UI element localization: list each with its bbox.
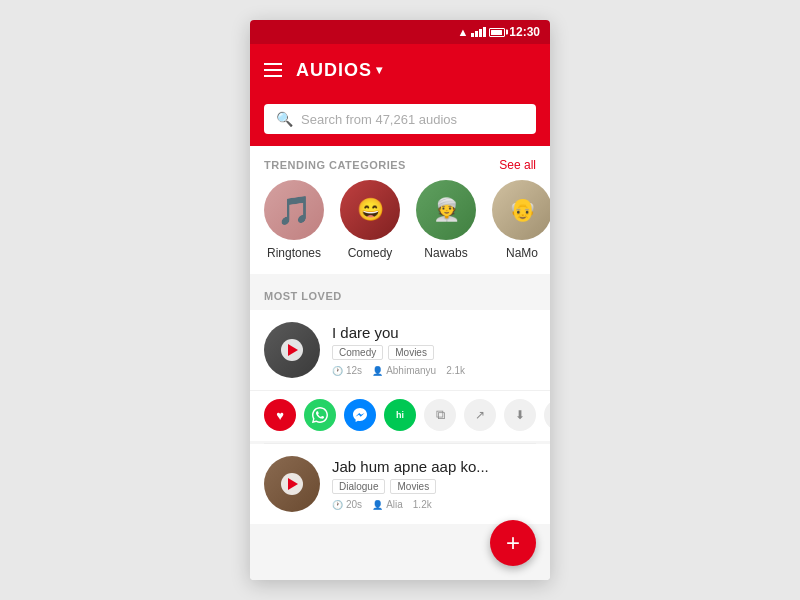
category-label-namo: NaMo bbox=[506, 246, 538, 260]
audio-info-2: Jab hum apne aap ko... Dialogue Movies 🕐… bbox=[332, 458, 536, 510]
audio-thumbnail-2[interactable] bbox=[264, 456, 320, 512]
audio-title-2: Jab hum apne aap ko... bbox=[332, 458, 536, 475]
toolbar: AUDIOS ▾ bbox=[250, 44, 550, 96]
see-all-button[interactable]: See all bbox=[499, 158, 536, 172]
play-triangle-icon bbox=[288, 344, 298, 356]
category-avatar-comedy: 😄 bbox=[340, 180, 400, 240]
artist-2: 👤 Alia bbox=[372, 499, 403, 510]
dropdown-arrow-icon[interactable]: ▾ bbox=[376, 63, 383, 77]
category-label-nawabs: Nawabs bbox=[424, 246, 467, 260]
category-comedy[interactable]: 😄 Comedy bbox=[340, 180, 400, 260]
artist-1: 👤 Abhimanyu bbox=[372, 365, 436, 376]
audio-tags-2: Dialogue Movies bbox=[332, 479, 536, 494]
tag-comedy[interactable]: Comedy bbox=[332, 345, 383, 360]
download-button[interactable]: ⬇ bbox=[504, 399, 536, 431]
wifi-icon: ▲ bbox=[457, 26, 468, 38]
app-title: AUDIOS bbox=[296, 60, 372, 81]
toolbar-title: AUDIOS ▾ bbox=[296, 60, 536, 81]
hamburger-menu-icon[interactable] bbox=[264, 63, 282, 77]
search-icon: 🔍 bbox=[276, 111, 293, 127]
tag-movies-2[interactable]: Movies bbox=[390, 479, 436, 494]
audio-info-1: I dare you Comedy Movies 🕐 12s 👤 bbox=[332, 324, 536, 376]
search-input-wrapper[interactable]: 🔍 Search from 47,261 audios bbox=[264, 104, 536, 134]
tag-dialogue[interactable]: Dialogue bbox=[332, 479, 385, 494]
category-avatar-namo: 👴 bbox=[492, 180, 550, 240]
category-ringtones[interactable]: 🎵 Ringtones bbox=[264, 180, 324, 260]
play-triangle-icon-2 bbox=[288, 478, 298, 490]
duration-1: 🕐 12s bbox=[332, 365, 362, 376]
most-loved-header: MOST LOVED bbox=[250, 274, 550, 310]
heart-button[interactable]: ♥ bbox=[264, 399, 296, 431]
categories-row: 🎵 Ringtones 😄 Comedy 👳 Nawabs bbox=[250, 180, 550, 274]
battery-icon bbox=[489, 28, 505, 37]
copy-button[interactable]: ⧉ bbox=[424, 399, 456, 431]
trending-title: TRENDING CATEGORIES bbox=[264, 159, 406, 171]
trending-section-header: TRENDING CATEGORIES See all bbox=[250, 146, 550, 180]
count-2: 1.2k bbox=[413, 499, 432, 510]
play-button-1[interactable] bbox=[281, 339, 303, 361]
hike-button[interactable]: hi bbox=[384, 399, 416, 431]
audio-meta-1: 🕐 12s 👤 Abhimanyu 2.1k bbox=[332, 365, 536, 376]
category-label-comedy: Comedy bbox=[348, 246, 393, 260]
duration-2: 🕐 20s bbox=[332, 499, 362, 510]
messenger-button[interactable] bbox=[344, 399, 376, 431]
status-bar: ▲ 12:30 bbox=[250, 20, 550, 44]
audio-card-1: I dare you Comedy Movies 🕐 12s 👤 bbox=[250, 310, 550, 441]
scroll-content: TRENDING CATEGORIES See all 🎵 Ringtones … bbox=[250, 146, 550, 580]
search-bar-container: 🔍 Search from 47,261 audios bbox=[250, 96, 550, 146]
audio-thumbnail-1[interactable] bbox=[264, 322, 320, 378]
audio-tags-1: Comedy Movies bbox=[332, 345, 536, 360]
category-label-ringtones: Ringtones bbox=[267, 246, 321, 260]
fab-add-button[interactable]: + bbox=[490, 520, 536, 566]
audio-meta-2: 🕐 20s 👤 Alia 1.2k bbox=[332, 499, 536, 510]
audio-title-1: I dare you bbox=[332, 324, 536, 341]
signal-icons: ▲ bbox=[457, 26, 505, 38]
play-button-2[interactable] bbox=[281, 473, 303, 495]
category-avatar-ringtones: 🎵 bbox=[264, 180, 324, 240]
category-namo[interactable]: 👴 NaMo bbox=[492, 180, 550, 260]
most-loved-title: MOST LOVED bbox=[264, 290, 342, 302]
content-area: TRENDING CATEGORIES See all 🎵 Ringtones … bbox=[250, 146, 550, 580]
search-placeholder: Search from 47,261 audios bbox=[301, 112, 457, 127]
audio-card-2: Jab hum apne aap ko... Dialogue Movies 🕐… bbox=[250, 444, 550, 524]
tag-movies[interactable]: Movies bbox=[388, 345, 434, 360]
category-avatar-nawabs: 👳 bbox=[416, 180, 476, 240]
count-1: 2.1k bbox=[446, 365, 465, 376]
share-button[interactable]: ↗ bbox=[464, 399, 496, 431]
status-time: 12:30 bbox=[509, 25, 540, 39]
whatsapp-button[interactable] bbox=[304, 399, 336, 431]
signal-bars bbox=[471, 27, 486, 37]
more-options-button[interactable]: ··· bbox=[544, 399, 550, 431]
category-nawabs[interactable]: 👳 Nawabs bbox=[416, 180, 476, 260]
share-bar-1: ♥ hi ⧉ ↗ ⬇ ··· bbox=[250, 390, 550, 441]
